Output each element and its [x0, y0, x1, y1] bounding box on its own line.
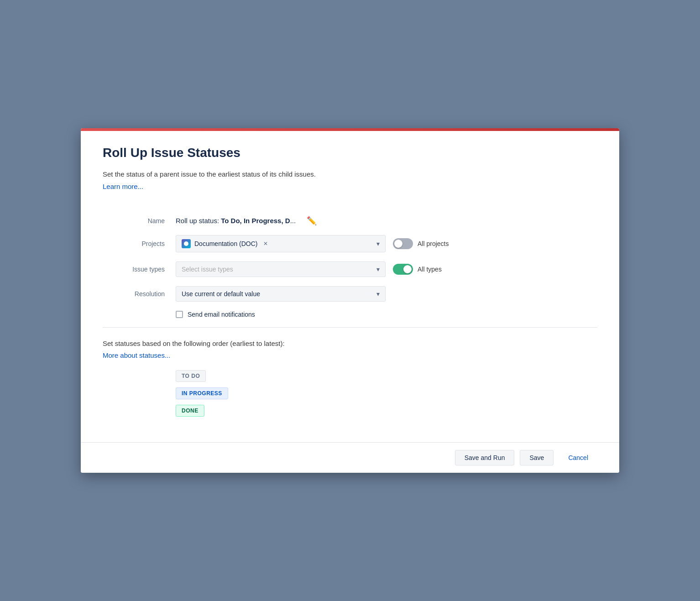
project-icon	[182, 239, 191, 248]
projects-row: Projects Documentation (DOC) ✕ ▾	[103, 235, 597, 252]
dialog-description: Set the status of a parent issue to the …	[103, 169, 597, 180]
name-value: Roll up status: To Do, In Progress, D...	[176, 217, 296, 225]
projects-label: Projects	[103, 240, 176, 247]
projects-dropdown[interactable]: Documentation (DOC) ✕ ▾	[176, 235, 386, 252]
projects-control: Documentation (DOC) ✕ ▾ All projects	[176, 235, 597, 252]
projects-selected-value: Documentation (DOC)	[194, 240, 258, 247]
projects-toggle[interactable]	[393, 238, 413, 249]
dialog-title: Roll Up Issue Statuses	[103, 146, 597, 160]
edit-name-icon[interactable]: ✏️	[307, 216, 317, 226]
email-checkbox-label: Send email notifications	[188, 311, 255, 318]
dialog-footer: Save and Run Save Cancel	[81, 442, 619, 473]
name-suffix: ...	[290, 217, 296, 225]
save-and-run-button[interactable]: Save and Run	[455, 450, 515, 465]
form-section: Name Roll up status: To Do, In Progress,…	[103, 216, 597, 318]
name-label: Name	[103, 217, 176, 225]
save-button[interactable]: Save	[520, 450, 554, 465]
dialog-content: Roll Up Issue Statuses Set the status of…	[81, 131, 619, 442]
dialog-scrollable[interactable]: Roll Up Issue Statuses Set the status of…	[81, 131, 619, 442]
issue-types-placeholder: Select issue types	[182, 266, 233, 273]
statuses-description: Set statuses based on the following orde…	[103, 339, 597, 349]
resolution-value-area: Use current or default value	[182, 290, 376, 298]
issue-types-toggle-area: All types	[393, 264, 442, 275]
issue-types-chevron-icon: ▾	[376, 266, 380, 273]
status-badge-todo: TO DO	[176, 370, 206, 382]
issue-types-dropdown[interactable]: Select issue types ▾	[176, 261, 386, 277]
resolution-value: Use current or default value	[182, 290, 260, 298]
email-checkbox[interactable]	[176, 311, 183, 318]
project-icon-inner	[184, 241, 188, 246]
name-prefix: Roll up status:	[176, 217, 221, 225]
issue-types-row: Issue types Select issue types ▾	[103, 261, 597, 277]
statuses-learn-more-link[interactable]: More about statuses...	[103, 351, 170, 359]
projects-toggle-thumb	[394, 240, 402, 248]
name-control: Roll up status: To Do, In Progress, D...…	[176, 216, 597, 226]
resolution-row: Resolution Use current or default value …	[103, 286, 597, 302]
learn-more-link[interactable]: Learn more...	[103, 183, 143, 190]
projects-toggle-area: All projects	[393, 238, 449, 249]
issue-types-label: Issue types	[103, 266, 176, 273]
name-bold: To Do, In Progress, D	[221, 217, 290, 225]
cancel-button[interactable]: Cancel	[559, 450, 597, 465]
resolution-chevron-icon: ▾	[376, 290, 380, 298]
section-divider	[103, 327, 597, 328]
email-checkbox-row: Send email notifications	[176, 311, 597, 318]
status-badge-done: DONE	[176, 405, 204, 417]
issue-types-toggle[interactable]	[393, 264, 413, 275]
issue-types-control: Select issue types ▾ All types	[176, 261, 597, 277]
statuses-section: Set statuses based on the following orde…	[103, 339, 597, 417]
status-badges-list: TO DO IN PROGRESS DONE	[176, 370, 597, 417]
issue-types-toggle-thumb	[403, 265, 412, 273]
projects-chevron-icon: ▾	[376, 240, 380, 247]
resolution-control: Use current or default value ▾	[176, 286, 597, 302]
resolution-label: Resolution	[103, 290, 176, 298]
projects-toggle-label: All projects	[418, 240, 449, 247]
dialog: Roll Up Issue Statuses Set the status of…	[81, 128, 619, 473]
resolution-dropdown[interactable]: Use current or default value ▾	[176, 286, 386, 302]
projects-selected-area: Documentation (DOC) ✕	[182, 239, 376, 248]
name-row: Name Roll up status: To Do, In Progress,…	[103, 216, 597, 226]
issue-types-placeholder-area: Select issue types	[182, 266, 376, 273]
status-badge-in-progress: IN PROGRESS	[176, 387, 228, 399]
issue-types-toggle-label: All types	[418, 266, 442, 273]
projects-remove-tag[interactable]: ✕	[263, 240, 268, 247]
